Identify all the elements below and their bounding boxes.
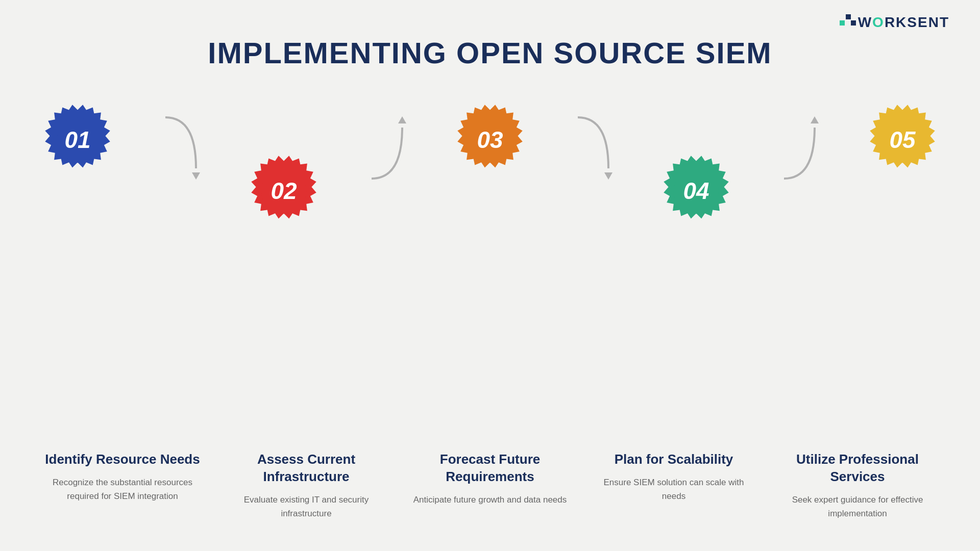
svg-rect-2 [851, 20, 856, 26]
gear-2-svg: 02 [240, 148, 327, 235]
text-step-1: Identify Resource Needs Recognize the su… [43, 451, 202, 520]
svg-marker-12 [604, 172, 612, 180]
steps-row: 01 02 03 [0, 97, 980, 237]
step-2-title: Assess Current Infrastructure [227, 451, 385, 486]
step-1: 01 [0, 97, 155, 186]
svg-text:03: 03 [477, 127, 503, 153]
step-3-title: Forecast Future Requirements [411, 451, 569, 486]
text-step-2: Assess Current Infrastructure Evaluate e… [227, 451, 385, 520]
arrow-svg-2 [361, 97, 412, 199]
svg-text:02: 02 [271, 178, 297, 204]
svg-marker-15 [811, 116, 819, 123]
step-4-desc: Ensure SIEM solution can scale with need… [595, 475, 753, 503]
gear-5-svg: 05 [859, 97, 946, 184]
step-3: 03 [412, 97, 568, 186]
logo-text-w: W [858, 14, 872, 30]
step-5-desc: Seek expert guidance for effective imple… [778, 493, 937, 520]
arrow-svg-1 [155, 97, 206, 199]
arrow-2-3 [361, 97, 412, 199]
svg-rect-0 [840, 20, 845, 26]
step-2-desc: Evaluate existing IT and security infras… [227, 493, 385, 520]
text-step-3: Forecast Future Requirements Anticipate … [411, 451, 569, 520]
arrow-svg-4 [774, 97, 825, 199]
gear-3-svg: 03 [447, 97, 533, 184]
arrow-1-2 [155, 97, 206, 199]
texts-row: Identify Resource Needs Recognize the su… [31, 451, 949, 520]
step-4-title: Plan for Scalability [595, 451, 753, 468]
arrow-svg-3 [568, 97, 619, 199]
text-step-5: Utilize Professional Services Seek exper… [778, 451, 937, 520]
gear-5-container: 05 [859, 97, 946, 186]
gear-4-svg: 04 [653, 148, 740, 235]
gear-4-container: 04 [653, 148, 740, 237]
svg-text:04: 04 [683, 178, 709, 204]
step-5: 05 [825, 97, 980, 186]
step-4: 04 [619, 97, 774, 237]
step-1-title: Identify Resource Needs [43, 451, 202, 468]
arrow-4-5 [774, 97, 825, 199]
gear-1-container: 01 [34, 97, 121, 186]
logo: WORKSENT [840, 14, 949, 31]
page-title: IMPLEMENTING OPEN SOURCE SIEM [0, 0, 980, 70]
text-step-4: Plan for Scalability Ensure SIEM solutio… [595, 451, 753, 520]
logo-text: WORKSENT [858, 14, 949, 31]
gear-2-container: 02 [240, 148, 327, 237]
step-3-desc: Anticipate future growth and data needs [411, 493, 569, 507]
logo-text-rest: RKSENT [885, 14, 949, 30]
svg-marker-6 [192, 172, 200, 180]
svg-text:01: 01 [64, 127, 90, 153]
step-5-title: Utilize Professional Services [778, 451, 937, 486]
logo-text-o: O [872, 14, 885, 30]
svg-text:05: 05 [889, 127, 916, 153]
svg-rect-1 [846, 14, 851, 19]
step-2: 02 [206, 97, 361, 237]
svg-marker-9 [398, 116, 406, 123]
step-1-desc: Recognize the substantial resources requ… [43, 475, 202, 503]
gear-3-container: 03 [447, 97, 533, 186]
gear-1-svg: 01 [34, 97, 121, 184]
logo-icon [840, 14, 856, 31]
arrow-3-4 [568, 97, 619, 199]
